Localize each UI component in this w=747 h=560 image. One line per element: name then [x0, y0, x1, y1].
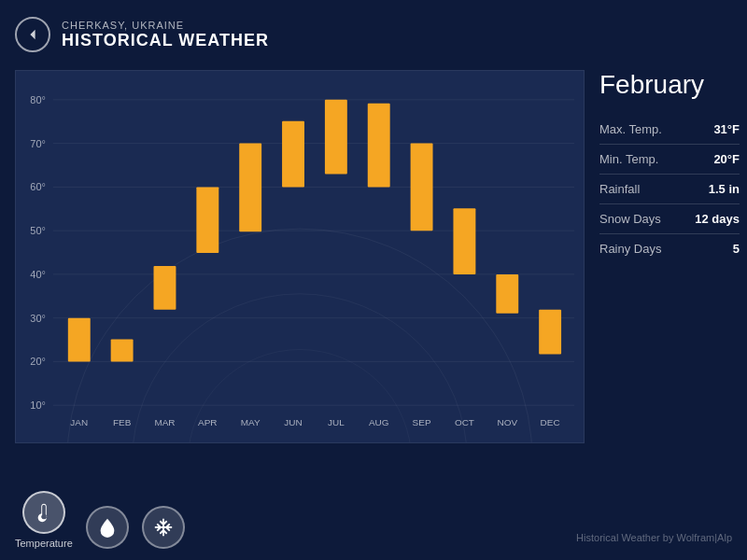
thermometer-icon [34, 502, 54, 523]
svg-point-2 [188, 350, 411, 443]
selected-month: February [599, 70, 740, 100]
svg-text:30°: 30° [30, 313, 46, 324]
stat-label-min-temp: Min. Temp. [599, 152, 658, 166]
svg-text:JUN: JUN [284, 417, 302, 427]
svg-rect-35 [411, 144, 433, 231]
svg-rect-33 [368, 104, 390, 188]
stat-value-max-temp: 31°F [713, 122, 740, 136]
stat-value-rainy-days: 5 [733, 242, 740, 256]
bottom-bar: Temperature [15, 491, 185, 549]
info-panel: February Max. Temp. 31°F Min. Temp. 20°F… [599, 70, 740, 263]
svg-rect-21 [111, 340, 134, 362]
svg-text:MAY: MAY [241, 417, 261, 427]
rainfall-icon-btn[interactable] [86, 506, 129, 549]
stats-list: Max. Temp. 31°F Min. Temp. 20°F Rainfall… [599, 115, 740, 263]
svg-text:80°: 80° [30, 94, 46, 105]
svg-rect-19 [68, 318, 91, 362]
temperature-icon-circle[interactable] [22, 491, 65, 534]
temperature-icon-label: Temperature [15, 538, 73, 549]
stat-value-rainfall: 1.5 in [709, 182, 740, 196]
back-button[interactable] [15, 17, 50, 52]
stat-label-rainfall: Rainfall [599, 182, 640, 196]
stat-label-max-temp: Max. Temp. [599, 122, 662, 136]
snow-icon-circle[interactable] [142, 506, 185, 549]
svg-text:AUG: AUG [369, 417, 389, 427]
svg-text:FEB: FEB [113, 417, 132, 427]
rainfall-icon-circle[interactable] [86, 506, 129, 549]
raindrop-icon [97, 517, 118, 538]
footer-attribution: Historical Weather by Wolfram|Alp [576, 532, 732, 543]
stat-value-min-temp: 20°F [713, 152, 740, 166]
stat-rainy-days: Rainy Days 5 [599, 234, 740, 263]
svg-text:DEC: DEC [541, 417, 560, 427]
snowflake-icon [153, 517, 174, 538]
svg-rect-41 [539, 310, 561, 355]
svg-rect-27 [239, 144, 261, 232]
svg-text:10°: 10° [30, 399, 46, 411]
header-text: Cherkasy, Ukraine Historical Weather [62, 20, 269, 50]
svg-text:OCT: OCT [455, 417, 474, 427]
stat-rainfall: Rainfall 1.5 in [599, 175, 740, 204]
svg-rect-25 [196, 187, 218, 253]
stat-value-snow-days: 12 days [695, 212, 740, 226]
svg-text:APR: APR [198, 417, 217, 427]
page-title: Historical Weather [62, 31, 269, 50]
stat-label-snow-days: Snow Days [599, 212, 661, 226]
svg-rect-23 [154, 266, 176, 310]
svg-rect-31 [325, 100, 347, 175]
chart-container: 10° 20° 30° 40° 50° 60° 70° 80° JAN FEB … [15, 70, 585, 443]
stat-max-temp: Max. Temp. 31°F [599, 115, 740, 145]
stat-label-rainy-days: Rainy Days [599, 242, 661, 256]
svg-text:JUL: JUL [328, 417, 345, 427]
svg-rect-29 [282, 121, 304, 188]
location-subtitle: Cherkasy, Ukraine [62, 20, 269, 31]
svg-rect-37 [453, 208, 475, 274]
svg-text:NOV: NOV [497, 417, 517, 427]
header: Cherkasy, Ukraine Historical Weather [15, 17, 269, 52]
svg-text:20°: 20° [30, 356, 46, 367]
svg-text:60°: 60° [30, 181, 46, 192]
svg-text:JAN: JAN [70, 417, 88, 427]
temperature-icon-btn[interactable]: Temperature [15, 491, 73, 549]
svg-text:50°: 50° [30, 225, 46, 236]
svg-rect-39 [496, 274, 518, 314]
svg-text:MAR: MAR [154, 417, 175, 427]
svg-text:70°: 70° [30, 138, 46, 149]
svg-text:40°: 40° [30, 269, 46, 280]
snow-icon-btn[interactable] [142, 506, 185, 549]
bar-chart: 10° 20° 30° 40° 50° 60° 70° 80° JAN FEB … [16, 71, 584, 442]
svg-text:SEP: SEP [413, 417, 431, 427]
stat-snow-days: Snow Days 12 days [599, 204, 740, 234]
stat-min-temp: Min. Temp. 20°F [599, 145, 740, 175]
